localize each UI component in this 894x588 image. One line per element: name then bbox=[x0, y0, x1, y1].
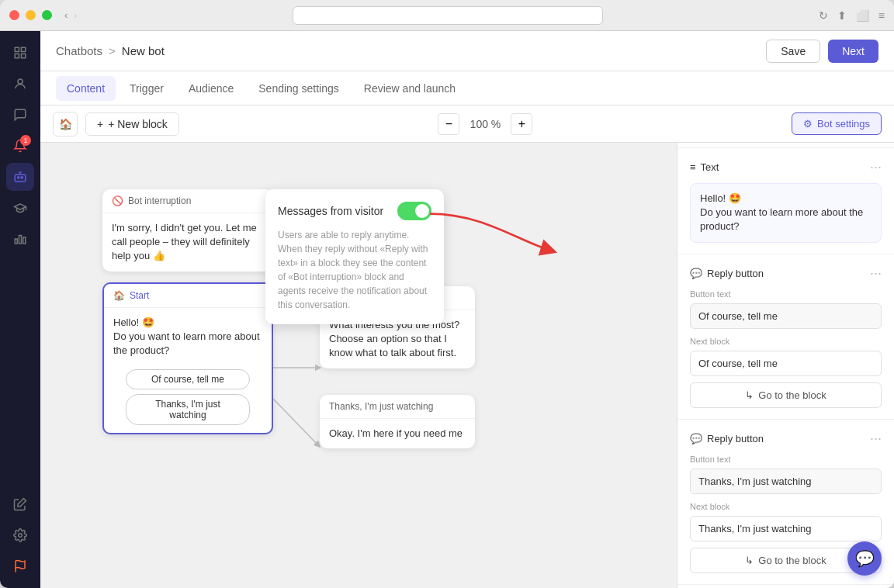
breadcrumb-parent[interactable]: Chatbots bbox=[56, 44, 102, 57]
bot-settings-label: Bot settings bbox=[817, 118, 870, 130]
zoom-controls: − 100 % + bbox=[438, 113, 532, 135]
reload-icon[interactable]: ↻ bbox=[819, 9, 828, 22]
save-button[interactable]: Save bbox=[766, 40, 820, 63]
svg-point-6 bbox=[18, 177, 19, 178]
minimize-btn[interactable] bbox=[26, 10, 36, 20]
button-text-input-1[interactable] bbox=[690, 303, 882, 329]
block-watching-header: Thanks, I'm just watching bbox=[320, 395, 475, 419]
block-watching-body: Okay. I'm here if you need me bbox=[320, 419, 475, 448]
text-section-more[interactable]: ··· bbox=[870, 159, 882, 175]
chat-bubble-icon: 💬 bbox=[855, 549, 875, 568]
canvas-inner: 🚫 Bot interruption I'm sorry, I didn't g… bbox=[40, 143, 677, 588]
svg-point-7 bbox=[21, 177, 23, 178]
header-actions: Save Next bbox=[766, 40, 878, 63]
block-start-buttons: Of course, tell me Thanks, I'm just watc… bbox=[104, 366, 272, 433]
tab-trigger[interactable]: Trigger bbox=[119, 76, 175, 101]
goto-block-button-1[interactable]: ↳ Go to the block bbox=[690, 382, 882, 408]
tab-content[interactable]: Content bbox=[56, 76, 116, 101]
block-interruption-body: I'm sorry, I didn't get you. Let me call… bbox=[102, 213, 273, 272]
popup-label: Messages from visitor bbox=[278, 205, 383, 217]
next-button[interactable]: Next bbox=[828, 40, 878, 63]
panel-reply2-header: 💬 Reply button ··· bbox=[690, 431, 882, 447]
maximize-btn[interactable] bbox=[42, 10, 52, 20]
chat-bubble-button[interactable]: 💬 bbox=[847, 541, 882, 576]
close-btn[interactable] bbox=[9, 10, 19, 20]
start-button-ofcourse[interactable]: Of course, tell me bbox=[126, 369, 250, 389]
panel-text-title: ≡ Text bbox=[690, 161, 719, 173]
bot-settings-button[interactable]: ⚙ Bot settings bbox=[792, 112, 882, 135]
next-block-select-2[interactable]: Thanks, I'm just watching bbox=[690, 516, 882, 541]
zoom-in-button[interactable]: + bbox=[511, 113, 532, 135]
goto-icon-2: ↳ bbox=[745, 555, 754, 566]
tab-audience[interactable]: Audience bbox=[178, 76, 244, 101]
block-start[interactable]: 🏠 Start Hello! 🤩Do you want to learn mor… bbox=[102, 282, 273, 434]
goto-label-2: Go to the block bbox=[758, 555, 826, 566]
tab-bar: Content Trigger Audience Sending setting… bbox=[40, 71, 894, 105]
canvas[interactable]: 🚫 Bot interruption I'm sorry, I didn't g… bbox=[40, 143, 677, 588]
sidebar-item-contacts[interactable] bbox=[6, 70, 34, 98]
next-block-row-2: Thanks, I'm just watching bbox=[690, 516, 882, 541]
block-start-body: Hello! 🤩Do you want to learn more about … bbox=[104, 308, 272, 366]
reply2-section-more[interactable]: ··· bbox=[870, 431, 882, 447]
start-button-watching[interactable]: Thanks, I'm just watching bbox=[126, 394, 250, 425]
nav-forward-icon: › bbox=[74, 9, 77, 21]
app-window: ‹ › ↻ ⬆ ⬜ ≡ bbox=[0, 0, 894, 588]
sidebar-item-courses[interactable] bbox=[6, 194, 34, 222]
panel-reply1-section: 💬 Reply button ··· Button text Next bloc… bbox=[677, 254, 894, 420]
new-block-label: + New block bbox=[108, 118, 168, 130]
sidebar-item-alerts[interactable] bbox=[6, 552, 34, 580]
interruption-icon: 🚫 bbox=[112, 195, 123, 206]
next-block-select-1[interactable]: Of course, tell me bbox=[690, 351, 882, 376]
svg-marker-11 bbox=[18, 499, 26, 507]
svg-rect-5 bbox=[15, 175, 26, 182]
right-panel: Start ℹ ≡ Text ··· Hello! bbox=[677, 105, 894, 588]
zoom-out-button[interactable]: − bbox=[438, 113, 459, 135]
sidebar-item-home[interactable] bbox=[6, 39, 34, 67]
reply-icon-1: 💬 bbox=[690, 268, 702, 279]
reply1-section-more[interactable]: ··· bbox=[870, 265, 882, 282]
svg-rect-3 bbox=[22, 54, 26, 58]
sidebar-item-notifications[interactable] bbox=[6, 132, 34, 160]
app-body: Chatbots > New bot Save Next Content Tri… bbox=[0, 31, 894, 588]
sidebar-toggle-icon[interactable]: ≡ bbox=[878, 9, 885, 22]
sidebar-item-settings[interactable] bbox=[6, 521, 34, 549]
titlebar: ‹ › ↻ ⬆ ⬜ ≡ bbox=[0, 0, 894, 31]
popup-toggle-row: Messages from visitor bbox=[278, 202, 431, 220]
new-tab-icon[interactable]: ⬜ bbox=[856, 9, 869, 22]
sidebar-item-bots[interactable] bbox=[6, 163, 34, 191]
block-interruption[interactable]: 🚫 Bot interruption I'm sorry, I didn't g… bbox=[102, 189, 273, 272]
panel-reply1-title: 💬 Reply button bbox=[690, 268, 764, 279]
breadcrumb-current: New bot bbox=[122, 44, 165, 57]
button-text-label-1: Button text bbox=[690, 289, 882, 299]
block-interruption-header: 🚫 Bot interruption bbox=[102, 189, 273, 213]
bot-settings-popup: Messages from visitor Users are able to … bbox=[265, 189, 444, 324]
share-icon[interactable]: ⬆ bbox=[837, 9, 847, 22]
button-text-input-2[interactable] bbox=[690, 469, 882, 494]
home-canvas-button[interactable]: 🏠 bbox=[53, 112, 78, 137]
panel-text-preview: Hello! 🤩Do you want to learn more about … bbox=[690, 183, 882, 243]
next-block-row-1: Of course, tell me bbox=[690, 351, 882, 376]
breadcrumb: Chatbots > New bot bbox=[56, 44, 165, 57]
tab-sending[interactable]: Sending settings bbox=[248, 76, 350, 101]
page-header: Chatbots > New bot Save Next bbox=[40, 31, 894, 71]
reply-icon-2: 💬 bbox=[690, 433, 702, 444]
nav-back-icon[interactable]: ‹ bbox=[64, 9, 68, 21]
tab-review[interactable]: Review and launch bbox=[353, 76, 466, 101]
messages-toggle[interactable] bbox=[397, 202, 431, 220]
canvas-toolbar: 🏠 + + New block − 100 % + ⚙ Bot settings bbox=[40, 105, 894, 143]
url-bar[interactable] bbox=[293, 6, 603, 25]
new-block-button[interactable]: + + New block bbox=[85, 112, 179, 136]
sidebar-item-analytics[interactable] bbox=[6, 225, 34, 253]
popup-description: Users are able to reply anytime. When th… bbox=[278, 228, 431, 312]
sidebar-item-plugins[interactable] bbox=[6, 490, 34, 518]
text-lines-icon: ≡ bbox=[690, 161, 696, 173]
next-block-label-1: Next block bbox=[690, 337, 882, 346]
sidebar-item-messages[interactable] bbox=[6, 101, 34, 129]
panel-reply1-header: 💬 Reply button ··· bbox=[690, 265, 882, 282]
goto-icon-1: ↳ bbox=[745, 389, 754, 401]
svg-point-12 bbox=[19, 534, 23, 538]
next-block-label-2: Next block bbox=[690, 502, 882, 511]
gear-icon: ⚙ bbox=[803, 118, 813, 130]
panel-text-section: ≡ Text ··· Hello! 🤩Do you want to learn … bbox=[677, 148, 894, 254]
block-watching[interactable]: Thanks, I'm just watching Okay. I'm here… bbox=[320, 395, 475, 448]
